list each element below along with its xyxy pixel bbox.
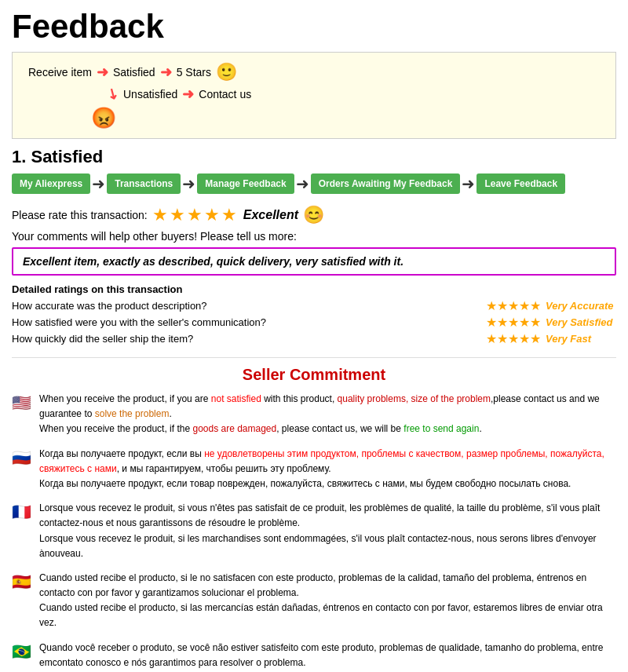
flag-es: 🇪🇸 — [12, 572, 31, 591]
step-arrow-4: ➜ — [460, 173, 476, 194]
pt-line1: Quando você receber o produto, se você n… — [39, 642, 603, 668]
step-manage-feedback[interactable]: Manage Feedback — [197, 173, 294, 194]
detail-row-2: How satisfied were you with the seller's… — [12, 315, 616, 330]
step-transactions[interactable]: Transactions — [107, 173, 181, 194]
lang-block-french: 🇫🇷 Lorsque vous recevez le produit, si v… — [12, 501, 616, 561]
en-line2-p3: . — [479, 423, 481, 434]
detail-stars-1: ★★★★★ — [486, 298, 541, 313]
detail-row-1: How accurate was the product description… — [12, 298, 616, 313]
detail-label-1: Very Accurate — [546, 300, 616, 312]
frown-emoji: 😡 — [91, 106, 600, 130]
step-arrow-1: ➜ — [90, 173, 107, 194]
flow-diagram: Receive item ➜ Satisfied ➜ 5 Stars 🙂 ↘ U… — [12, 52, 616, 139]
detail-stars-3: ★★★★★ — [486, 331, 541, 346]
divider — [12, 357, 616, 358]
smile-emoji: 🙂 — [216, 62, 237, 82]
lang-block-english: 🇺🇸 When you receive the product, if you … — [12, 392, 616, 437]
steps-navigation: My Aliexpress ➜ Transactions ➜ Manage Fe… — [12, 173, 616, 194]
en-not-satisfied: not satisfied — [211, 393, 261, 404]
lang-block-portuguese: 🇧🇷 Quando você receber o produto, se voc… — [12, 641, 616, 672]
detail-question-3: How quickly did the seller ship the item… — [12, 333, 459, 345]
arrow-3: ➜ — [182, 86, 194, 103]
lang-text-english: When you receive the product, if you are… — [39, 392, 616, 437]
en-solve: solve the problem — [95, 408, 170, 419]
lang-text-spanish: Cuando usted recibe el producto, si le n… — [39, 571, 616, 631]
detail-label-3: Very Fast — [546, 333, 616, 345]
flag-ru: 🇷🇺 — [12, 448, 31, 467]
en-free: free to send again — [403, 423, 479, 434]
lang-text-french: Lorsque vous recevez le produit, si vous… — [39, 501, 616, 561]
detailed-ratings-title: Detailed ratings on this transaction — [12, 283, 616, 295]
lang-text-portuguese: Quando você receber o produto, se você n… — [39, 641, 616, 672]
en-line1-p2: with this product, — [261, 393, 338, 404]
fr-line1: Lorsque vous recevez le produit, si vous… — [39, 502, 600, 528]
en-line2-p2: , please contact us, we will be — [276, 423, 403, 434]
lang-block-spanish: 🇪🇸 Cuando usted recibe el producto, si l… — [12, 571, 616, 631]
fr-line2: Lorsque vous recevez le produit, si les … — [39, 533, 597, 559]
comment-box: Excellent item, exactly as described, qu… — [12, 247, 616, 276]
flow-satisfied: Satisfied — [113, 66, 155, 79]
es-line2: Cuando usted recibe el producto, si las … — [39, 602, 603, 628]
detail-question-2: How satisfied were you with the seller's… — [12, 316, 459, 328]
step-orders-awaiting[interactable]: Orders Awaiting My Feedback — [311, 173, 461, 194]
detail-label-2: Very Satisfied — [546, 316, 616, 328]
detail-stars-2: ★★★★★ — [486, 315, 541, 330]
ru-line2: Когда вы получаете продукт, если товар п… — [39, 478, 571, 489]
rate-transaction-line: Please rate this transaction: ★★★★★ Exce… — [12, 205, 616, 225]
happy-emoji: 😊 — [303, 205, 324, 225]
ru-line1-p1: Когда вы получаете продукт, если вы — [39, 448, 204, 459]
detail-question-1: How accurate was the product description… — [12, 300, 459, 312]
page-title: Feedback — [12, 8, 616, 46]
step-leave-feedback[interactable]: Leave Feedback — [476, 173, 565, 194]
es-line1: Cuando usted recibe el producto, si le n… — [39, 572, 586, 598]
en-line1-p1: When you receive the product, if you are — [39, 393, 211, 404]
flow-unsatisfied: Unsatisfied — [123, 88, 177, 100]
detail-row-3: How quickly did the seller ship the item… — [12, 331, 616, 346]
arrow-1: ➜ — [97, 64, 108, 81]
step-my-aliexpress[interactable]: My Aliexpress — [12, 173, 90, 194]
lang-text-russian: Когда вы получаете продукт, если вы не у… — [39, 447, 616, 492]
flow-receive-item: Receive item — [28, 66, 92, 79]
step-arrow-3: ➜ — [294, 173, 311, 194]
rate-prompt: Please rate this transaction: — [12, 209, 148, 221]
arrow-diag: ↘ — [104, 84, 122, 105]
en-damaged: goods are damaged — [192, 423, 276, 434]
flow-contact-us: Contact us — [199, 88, 251, 100]
detailed-ratings: Detailed ratings on this transaction How… — [12, 283, 616, 346]
arrow-2: ➜ — [160, 64, 172, 81]
satisfied-heading: 1. Satisfied — [12, 147, 616, 167]
flag-fr: 🇫🇷 — [12, 502, 31, 521]
lang-block-russian: 🇷🇺 Когда вы получаете продукт, если вы н… — [12, 447, 616, 492]
rating-stars: ★★★★★ — [152, 205, 239, 225]
en-quality: quality problems, size of the problem — [338, 393, 491, 404]
seller-commitment-title: Seller Commitment — [12, 366, 616, 384]
flag-br: 🇧🇷 — [12, 642, 31, 661]
flag-us: 🇺🇸 — [12, 393, 31, 412]
comments-prompt: Your comments will help other buyers! Pl… — [12, 230, 616, 243]
ru-line1-p2: , и мы гарантируем, чтобы решить эту про… — [117, 463, 331, 474]
flow-five-stars: 5 Stars — [177, 66, 211, 79]
step-arrow-2: ➜ — [181, 173, 197, 194]
en-line2-p1: When you receive the product, if the — [39, 423, 192, 434]
excellent-label: Excellent — [243, 208, 298, 222]
en-line1-p4: . — [169, 408, 171, 419]
